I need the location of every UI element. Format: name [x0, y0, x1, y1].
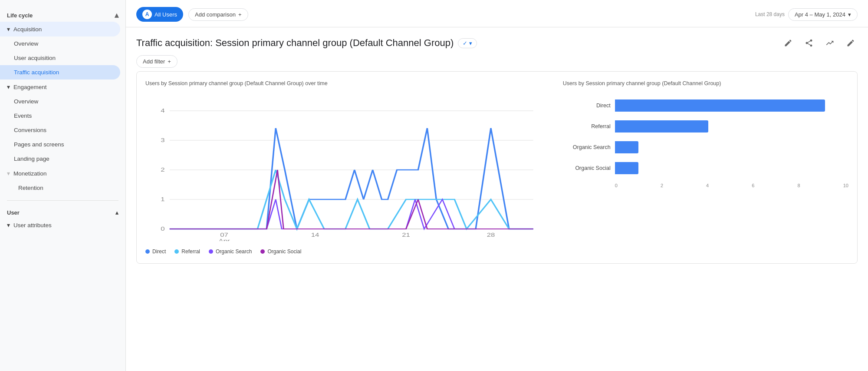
- date-range-label: Last 28 days: [755, 11, 785, 17]
- top-bar-right: Last 28 days Apr 4 – May 1, 2024 ▾: [755, 8, 858, 21]
- bar-x-axis: 0 2 4 6 8 10: [615, 183, 848, 188]
- line-chart-area: Users by Session primary channel group (…: [145, 80, 546, 255]
- sidebar-divider: [7, 200, 118, 201]
- user-section-label: User: [7, 209, 20, 216]
- sidebar-item-user-acquisition[interactable]: User acquisition: [0, 51, 120, 65]
- bar-track-direct: [615, 99, 848, 112]
- bar-label-organic-social: Organic Social: [563, 165, 611, 171]
- bar-track-organic-social: [615, 162, 848, 174]
- svg-text:07: 07: [220, 232, 228, 238]
- date-range-picker[interactable]: Apr 4 – May 1, 2024 ▾: [788, 8, 858, 21]
- sidebar-item-acquisition[interactable]: ▾ Acquisition: [0, 22, 120, 36]
- page-title-icons: [781, 36, 858, 50]
- svg-text:21: 21: [402, 232, 410, 238]
- chart-container: Users by Session primary channel group (…: [136, 71, 858, 264]
- all-users-label: All Users: [155, 11, 177, 18]
- legend-referral-label: Referral: [181, 248, 200, 255]
- check-icon: ✓: [463, 40, 467, 46]
- legend-organic-search-label: Organic Search: [216, 248, 252, 255]
- user-attributes-chevron: ▾: [7, 222, 10, 229]
- sidebar-item-engagement-overview[interactable]: Overview: [0, 94, 120, 109]
- all-users-badge[interactable]: A All Users: [136, 7, 183, 22]
- bar-label-direct: Direct: [563, 103, 611, 109]
- sidebar: Life cycle ▴ ▾ Acquisition Overview User…: [0, 0, 126, 371]
- bar-fill-referral: [615, 120, 708, 132]
- engagement-chevron: ▾: [7, 83, 10, 90]
- page-title-row: Traffic acquisition: Session primary cha…: [136, 36, 858, 50]
- user-attributes-label: User attributes: [13, 222, 52, 229]
- add-filter-icon: +: [168, 58, 171, 65]
- sidebar-item-overview[interactable]: Overview: [0, 36, 120, 51]
- svg-text:4: 4: [161, 108, 164, 113]
- user-section[interactable]: User ▴: [0, 206, 125, 218]
- add-filter-button[interactable]: Add filter +: [136, 55, 178, 68]
- legend-direct-label: Direct: [152, 248, 166, 255]
- legend-direct-dot: [145, 249, 150, 254]
- svg-text:28: 28: [487, 232, 495, 238]
- legend-organic-social-dot: [260, 249, 265, 254]
- line-chart-svg: 4 3 2 1 0 07 Apr 14 21 28: [145, 93, 546, 242]
- all-users-letter: A: [142, 10, 152, 19]
- share-button[interactable]: [802, 36, 816, 50]
- line-chart-subtitle: Users by Session primary channel group (…: [145, 80, 546, 86]
- date-range-value: Apr 4 – May 1, 2024: [795, 11, 845, 18]
- compare-button[interactable]: [823, 36, 837, 50]
- sidebar-item-landing-page[interactable]: Landing page: [0, 152, 120, 166]
- top-bar-left: A All Users Add comparison +: [136, 7, 248, 22]
- sidebar-item-engagement[interactable]: ▾ Engagement: [0, 80, 120, 94]
- bar-row-direct: Direct: [563, 99, 848, 112]
- bar-row-organic-social: Organic Social: [563, 162, 848, 174]
- legend-referral-dot: [174, 249, 179, 254]
- chart-legend: Direct Referral Organic Search Organic S…: [145, 248, 546, 255]
- sidebar-item-traffic-acquisition[interactable]: Traffic acquisition: [0, 65, 120, 80]
- bar-track-referral: [615, 120, 848, 132]
- monetization-chevron: ▾: [7, 170, 10, 177]
- legend-organic-search: Organic Search: [209, 248, 252, 255]
- svg-text:0: 0: [161, 226, 164, 232]
- svg-text:1: 1: [161, 196, 164, 202]
- bar-label-organic-search: Organic Search: [563, 144, 611, 150]
- user-section-chevron: ▴: [115, 209, 118, 216]
- verified-badge[interactable]: ✓ ▾: [458, 38, 477, 48]
- edit-report-button[interactable]: [781, 36, 795, 50]
- sidebar-item-user-attributes[interactable]: ▾ User attributes: [0, 218, 120, 232]
- sidebar-item-pages-screens[interactable]: Pages and screens: [0, 137, 120, 152]
- monetization-label: Monetization: [13, 170, 47, 177]
- date-range-chevron: ▾: [848, 11, 851, 18]
- sidebar-item-retention[interactable]: Retention: [0, 181, 120, 195]
- sidebar-item-events[interactable]: Events: [0, 109, 120, 123]
- bar-fill-direct: [615, 99, 825, 112]
- legend-organic-search-dot: [209, 249, 213, 254]
- legend-direct: Direct: [145, 248, 166, 255]
- bar-track-organic-search: [615, 141, 848, 153]
- svg-text:Apr: Apr: [219, 238, 230, 241]
- legend-organic-social-label: Organic Social: [267, 248, 301, 255]
- lifecycle-label: Life cycle: [7, 12, 33, 19]
- top-bar: A All Users Add comparison + Last 28 day…: [126, 0, 868, 27]
- add-comparison-button[interactable]: Add comparison +: [188, 8, 248, 21]
- bar-label-referral: Referral: [563, 123, 611, 129]
- main-content: A All Users Add comparison + Last 28 day…: [126, 0, 868, 371]
- annotate-button[interactable]: [844, 36, 858, 50]
- bar-chart-area: Users by Session primary channel group (…: [563, 80, 848, 188]
- page-title: Traffic acquisition: Session primary cha…: [136, 37, 454, 49]
- bar-row-referral: Referral: [563, 120, 848, 132]
- bar-chart-subtitle: Users by Session primary channel group (…: [563, 80, 848, 86]
- legend-referral: Referral: [174, 248, 200, 255]
- bar-row-organic-search: Organic Search: [563, 141, 848, 153]
- lifecycle-chevron: ▴: [115, 10, 118, 20]
- chart-section: Users by Session primary channel group (…: [126, 71, 868, 274]
- verified-chevron: ▾: [469, 40, 472, 46]
- acquisition-label: Acquisition: [13, 26, 42, 33]
- engagement-label: Engagement: [13, 84, 47, 90]
- bar-fill-organic-social: [615, 162, 638, 174]
- sidebar-item-monetization[interactable]: ▾ Monetization: [0, 166, 120, 181]
- add-comparison-label: Add comparison: [195, 11, 236, 18]
- svg-text:2: 2: [161, 167, 164, 172]
- retention-label: Retention: [18, 185, 43, 191]
- add-comparison-icon: +: [238, 11, 242, 18]
- lifecycle-section[interactable]: Life cycle ▴: [0, 7, 125, 22]
- page-title-area: Traffic acquisition: Session primary cha…: [136, 37, 477, 49]
- legend-organic-social: Organic Social: [260, 248, 301, 255]
- sidebar-item-conversions[interactable]: Conversions: [0, 123, 120, 137]
